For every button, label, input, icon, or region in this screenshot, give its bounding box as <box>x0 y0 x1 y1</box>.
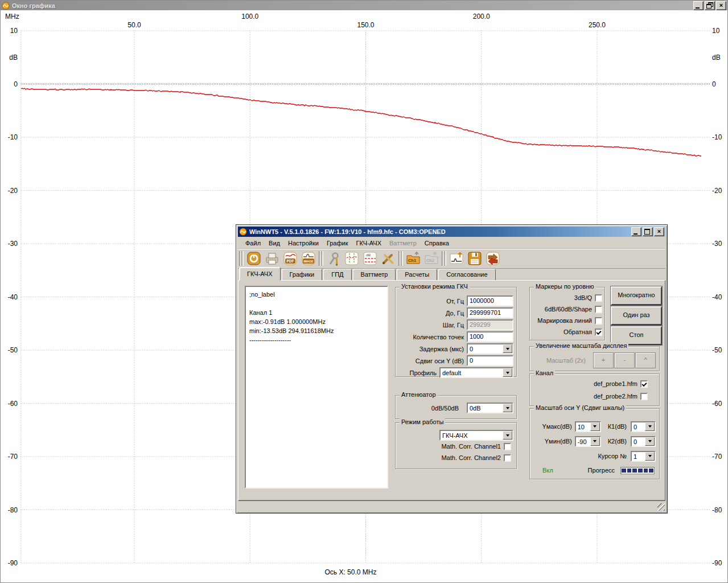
svg-text:dB: dB <box>366 253 371 257</box>
response-curve-channel1 <box>21 88 701 156</box>
tab-gkch-achh[interactable]: ГКЧ-АЧХ <box>239 267 281 281</box>
y-tick-label-left: -10 <box>8 133 18 141</box>
toolbar-save-button[interactable] <box>466 250 483 267</box>
settings-icon <box>326 251 342 266</box>
x-tick-label: 200.0 <box>473 13 490 20</box>
graph-window-title: Окно графика <box>12 2 692 9</box>
toolbar-print-button[interactable] <box>264 250 281 267</box>
svg-text:Ch2: Ch2 <box>426 258 434 263</box>
winnwt5-title: WinNWT5 - V.5.1.0.1826 - FW:1.19:V10 - h… <box>249 228 630 235</box>
save-icon <box>467 251 483 266</box>
load-curve-icon <box>449 251 464 266</box>
toolbar-transfer-button[interactable] <box>484 250 501 267</box>
y-tick-label-right: -10 <box>712 133 722 141</box>
x-tick-label: 250.0 <box>589 21 606 29</box>
x-axis-unit: MHz <box>5 13 19 20</box>
toolbar-load-ch2-button: Ch2 <box>423 250 440 267</box>
print-icon <box>264 251 280 266</box>
y-tick-label-left: -60 <box>8 400 18 408</box>
svg-text:IMAGE: IMAGE <box>303 260 314 263</box>
x-tick-label: 50.0 <box>127 21 141 29</box>
y-tick-label-right: 0 <box>712 80 716 88</box>
tab-matching[interactable]: Согласование <box>438 269 495 281</box>
y-tick-label-left: -50 <box>8 346 18 354</box>
toolbar-marker-setup-button[interactable] <box>343 250 360 267</box>
toolbar-power-button[interactable] <box>245 250 262 267</box>
y-tick-label-right: -90 <box>712 559 722 567</box>
y-tick-label-left: -40 <box>8 293 18 301</box>
resize-grip[interactable] <box>657 503 665 511</box>
toolbar-separator <box>442 251 446 266</box>
tools-icon <box>380 251 396 266</box>
graph-close-button[interactable]: × <box>716 1 726 10</box>
y-tick-label-right: -80 <box>712 506 722 514</box>
export-image-icon: IMAGE <box>301 251 316 266</box>
y-tick-label-right: -50 <box>712 346 722 354</box>
y-tick-label-left: -80 <box>8 506 18 514</box>
y-tick-label-right: -60 <box>712 400 722 408</box>
y-tick-label-right: -20 <box>712 187 722 195</box>
menu-file[interactable]: Файл <box>241 239 265 248</box>
tab-wattmeter[interactable]: Ваттметр <box>353 269 396 281</box>
toolbar-export-pdf-button[interactable]: PDF <box>282 250 299 267</box>
toolbar-db-scale-button[interactable]: dB <box>361 250 379 267</box>
marker-setup-icon <box>344 251 360 266</box>
svg-text:Ch1: Ch1 <box>408 258 416 263</box>
y-axis-unit-left: dB <box>9 54 18 61</box>
close-button[interactable]: × <box>654 227 664 236</box>
load-ch2-icon: Ch2 <box>423 251 439 266</box>
winnwt5-titlebar[interactable]: WinNWT5 - V.5.1.0.1826 - FW:1.19:V10 - h… <box>238 227 665 237</box>
y-tick-label-right: -40 <box>712 293 722 301</box>
tab-graphs[interactable]: Графики <box>282 269 323 281</box>
menu-wattmeter: Ваттметр <box>385 239 421 248</box>
graph-window-titlebar: Окно графика × <box>1 1 727 10</box>
minimize-button[interactable] <box>631 227 641 236</box>
menu-settings[interactable]: Настройки <box>284 239 323 248</box>
y-tick-label-right: 10 <box>712 27 720 35</box>
export-pdf-icon: PDF <box>282 251 298 266</box>
y-tick-label-right: -70 <box>712 453 722 461</box>
y-tick-label-left: -90 <box>8 559 18 567</box>
y-tick-label-left: 10 <box>10 27 18 35</box>
y-tick-label-left: -20 <box>8 187 18 195</box>
tab-gpd[interactable]: ГПД <box>323 269 351 281</box>
toolbar-tools-button[interactable] <box>380 250 397 267</box>
y-tick-label-right: -30 <box>712 240 722 248</box>
toolbar-separator <box>239 251 244 266</box>
menu-view[interactable]: Вид <box>265 239 284 248</box>
toolbar-load-ch1-button[interactable]: Ch1 <box>405 250 422 267</box>
status-bar <box>238 500 665 511</box>
x-axis-caption: Ось X: 50.0 MHz <box>302 568 399 576</box>
graph-minimize-button[interactable] <box>693 1 704 10</box>
menu-graph[interactable]: График <box>323 239 352 248</box>
toolbar-load-curve-button[interactable] <box>448 250 465 267</box>
menu-gkch-achh[interactable]: ГКЧ-АЧХ <box>352 239 385 248</box>
maximize-button[interactable] <box>643 227 653 236</box>
transfer-icon <box>485 251 501 266</box>
menu-help[interactable]: Справка <box>421 239 453 248</box>
db-scale-icon: dB <box>362 251 378 266</box>
winnwt5-window: WinNWT5 - V.5.1.0.1826 - FW:1.19:V10 - h… <box>236 224 668 514</box>
toolbar: PDFIMAGEdBCh1Ch2 <box>238 249 665 269</box>
toolbar-settings-button[interactable] <box>325 250 342 267</box>
tab-calculations[interactable]: Расчеты <box>397 269 437 281</box>
app-icon <box>2 2 10 10</box>
tab-page-gkch-achh <box>238 280 665 501</box>
graph-restore-button[interactable] <box>705 1 715 10</box>
y-tick-label-left: -70 <box>8 453 18 461</box>
x-tick-label: 100.0 <box>241 13 258 20</box>
app-icon <box>239 228 247 236</box>
toolbar-separator <box>319 251 323 266</box>
tab-bar: ГКЧ-АЧХГрафикиГПДВаттметрРасчетыСогласов… <box>239 268 665 281</box>
y-tick-label-left: -30 <box>8 240 18 248</box>
power-icon <box>246 251 262 266</box>
desktop: Окно графика × 50.0100.0150.0200.0250.01… <box>0 0 728 583</box>
toolbar-export-image-button[interactable]: IMAGE <box>300 250 317 267</box>
y-axis-unit-right: dB <box>712 54 721 61</box>
x-tick-label: 150.0 <box>357 21 374 29</box>
toolbar-separator <box>398 251 403 266</box>
load-ch1-icon: Ch1 <box>405 251 421 266</box>
menu-bar: ФайлВидНастройкиГрафикГКЧ-АЧХВаттметрСпр… <box>238 237 665 249</box>
svg-text:PDF: PDF <box>287 259 294 263</box>
y-tick-label-left: 0 <box>14 80 18 88</box>
